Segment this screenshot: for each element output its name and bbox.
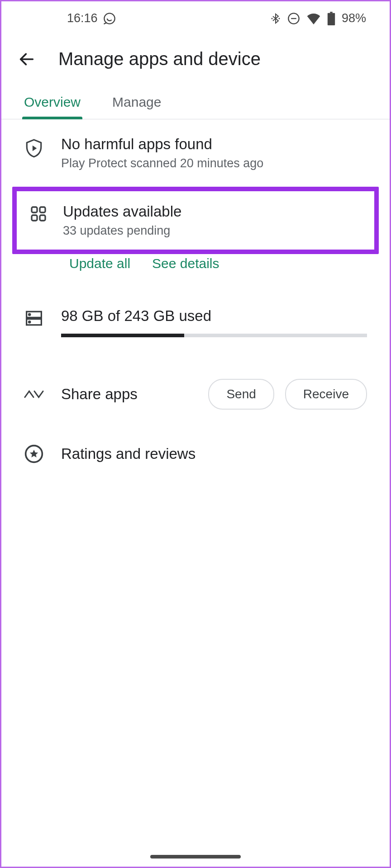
see-details-button[interactable]: See details xyxy=(152,256,219,271)
storage-label: 98 GB of 243 GB used xyxy=(61,307,367,325)
shield-play-icon xyxy=(24,136,44,158)
back-arrow-icon[interactable] xyxy=(18,50,36,68)
updates-actions: Update all See details xyxy=(1,254,390,284)
storage-progress-fill xyxy=(61,334,184,337)
svg-rect-11 xyxy=(40,215,45,221)
wifi-icon xyxy=(306,13,321,24)
svg-rect-8 xyxy=(32,207,37,212)
receive-button[interactable]: Receive xyxy=(285,379,367,410)
send-button[interactable]: Send xyxy=(208,379,274,410)
svg-rect-10 xyxy=(32,215,37,221)
svg-point-0 xyxy=(104,13,114,24)
share-apps-row: Share apps Send Receive xyxy=(1,354,390,426)
page-title: Manage apps and device xyxy=(58,49,261,69)
share-icon xyxy=(24,387,44,401)
svg-rect-5 xyxy=(328,13,335,25)
svg-point-1 xyxy=(271,18,272,19)
tab-overview[interactable]: Overview xyxy=(24,87,81,119)
protect-subtitle: Play Protect scanned 20 minutes ago xyxy=(61,156,367,170)
updates-title: Updates available xyxy=(63,203,362,220)
updates-highlight: Updates available 33 updates pending xyxy=(12,187,379,254)
storage-icon xyxy=(24,307,44,326)
status-time: 16:16 xyxy=(67,11,98,25)
storage-progress xyxy=(61,334,367,337)
protect-title: No harmful apps found xyxy=(61,136,367,153)
ratings-row[interactable]: Ratings and reviews xyxy=(1,426,390,482)
do-not-disturb-icon xyxy=(287,12,300,25)
tab-bar: Overview Manage xyxy=(1,87,390,119)
share-label: Share apps xyxy=(61,386,191,403)
apps-grid-icon xyxy=(29,203,48,222)
app-bar: Manage apps and device xyxy=(1,35,390,87)
home-indicator[interactable] xyxy=(150,855,241,859)
update-all-button[interactable]: Update all xyxy=(69,256,130,271)
battery-icon xyxy=(327,12,335,25)
bluetooth-icon xyxy=(270,12,281,25)
svg-rect-9 xyxy=(40,207,45,212)
updates-subtitle: 33 updates pending xyxy=(63,224,362,238)
svg-point-15 xyxy=(29,321,30,323)
play-protect-row[interactable]: No harmful apps found Play Protect scann… xyxy=(1,119,390,187)
whatsapp-icon xyxy=(103,12,116,25)
svg-rect-6 xyxy=(330,12,332,13)
ratings-label: Ratings and reviews xyxy=(61,445,196,462)
svg-point-2 xyxy=(278,18,280,19)
status-bar: 16:16 xyxy=(1,1,390,35)
svg-point-14 xyxy=(29,314,30,315)
battery-percent: 98% xyxy=(342,11,366,25)
storage-row[interactable]: 98 GB of 243 GB used xyxy=(1,284,390,354)
tab-manage[interactable]: Manage xyxy=(112,87,161,119)
star-circle-icon xyxy=(24,444,44,464)
updates-row[interactable]: Updates available 33 updates pending xyxy=(17,191,374,250)
